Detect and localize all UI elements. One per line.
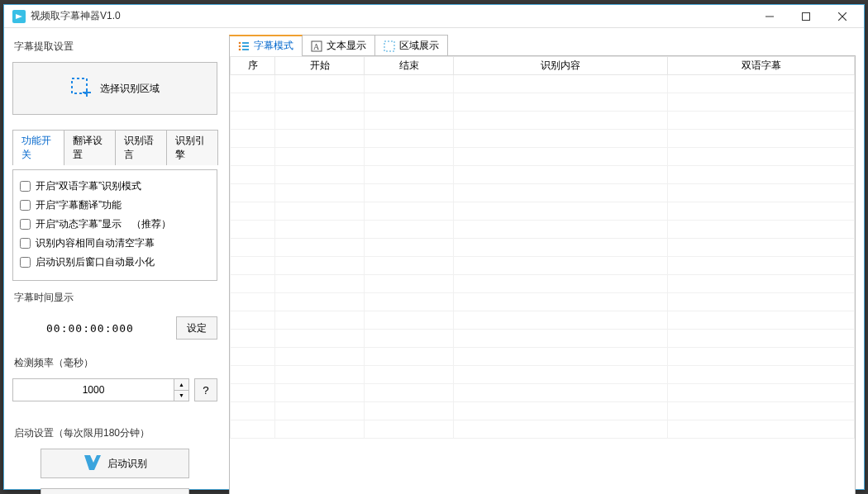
check-auto-minimize[interactable]: 启动识别后窗口自动最小化: [20, 253, 210, 272]
start-recognize-icon: [83, 454, 101, 474]
svg-point-14: [239, 48, 241, 50]
text-icon: A: [311, 40, 322, 52]
col-start[interactable]: 开始: [275, 57, 365, 75]
tab-region-show[interactable]: 区域展示: [374, 35, 448, 56]
tab-subtitle-mode[interactable]: 字幕模式: [229, 35, 303, 56]
spinner-up-button[interactable]: ▲: [174, 379, 188, 390]
svg-rect-2: [803, 12, 810, 20]
table-row: [231, 257, 855, 275]
frequency-input[interactable]: [13, 379, 174, 401]
func-switch-panel: 开启“双语字幕”识别模式 开启“字幕翻译”功能 开启“动态字幕”显示 （推荐） …: [12, 169, 217, 281]
select-region-button[interactable]: 选择识别区域: [12, 62, 217, 115]
col-bilingual[interactable]: 双语字幕: [668, 57, 855, 75]
col-content[interactable]: 识别内容: [454, 57, 668, 75]
table-row: [231, 330, 855, 348]
table-row: [231, 184, 855, 202]
table-row: [231, 239, 855, 257]
checkbox-bilingual-mode[interactable]: [20, 181, 31, 192]
svg-point-12: [239, 45, 241, 47]
region-icon: [384, 40, 395, 52]
tab-region-show-label: 区域展示: [399, 39, 439, 53]
table-row: [231, 112, 855, 130]
right-panel: 字幕模式 A 文本显示 区域展示 序 开始: [229, 35, 856, 494]
list-icon: [238, 40, 250, 52]
checkbox-dynamic-subtitle[interactable]: [20, 219, 31, 230]
table-row: [231, 366, 855, 384]
check-auto-clear[interactable]: 识别内容相同自动清空字幕: [20, 234, 210, 253]
checkbox-translate-func[interactable]: [20, 200, 31, 211]
table-row: [231, 130, 855, 148]
checkbox-auto-clear[interactable]: [20, 238, 31, 249]
svg-rect-11: [242, 42, 249, 44]
maximize-button[interactable]: [788, 5, 824, 28]
table-row: [231, 93, 855, 112]
section-time-label: 字幕时间显示: [14, 291, 217, 305]
section-frequency-label: 检测频率（毫秒）: [14, 356, 217, 370]
left-tab-strip: 功能开关 翻译设置 识别语言 识别引擎: [12, 130, 217, 165]
tab-translate-settings[interactable]: 翻译设置: [64, 130, 116, 165]
table-row: [231, 384, 855, 402]
svg-text:A: A: [313, 42, 320, 51]
tab-text-display[interactable]: A 文本显示: [302, 35, 375, 56]
svg-point-10: [239, 41, 241, 44]
table-row: [231, 221, 855, 239]
grid-body: [231, 75, 855, 439]
tab-func-switch[interactable]: 功能开关: [12, 130, 64, 165]
svg-rect-13: [242, 45, 249, 47]
window-title: 视频取字幕神器V1.0: [31, 9, 121, 23]
subtitle-grid[interactable]: 序 开始 结束 识别内容 双语字幕: [229, 55, 856, 494]
start-recognize-button[interactable]: 启动识别: [41, 449, 189, 478]
titlebar: 视频取字幕神器V1.0: [4, 5, 864, 28]
table-row: [231, 293, 855, 311]
table-row: [231, 311, 855, 330]
set-time-button[interactable]: 设定: [176, 316, 217, 340]
left-panel: 字幕提取设置 选择识别区域 功能开关 翻译设置 识别语言 识别引擎 开启“双语字…: [12, 35, 217, 494]
right-tab-strip: 字幕模式 A 文本显示 区域展示: [229, 35, 856, 56]
close-button[interactable]: [824, 5, 861, 28]
col-seq[interactable]: 序: [231, 57, 275, 75]
table-row: [231, 202, 855, 221]
tab-subtitle-mode-label: 字幕模式: [254, 39, 293, 53]
section-extract-label: 字幕提取设置: [14, 40, 217, 54]
table-row: [231, 75, 855, 93]
checkbox-auto-minimize[interactable]: [20, 257, 31, 268]
table-row: [231, 420, 855, 439]
svg-rect-15: [242, 49, 249, 50]
check-translate-func[interactable]: 开启“字幕翻译”功能: [20, 196, 210, 215]
svg-rect-5: [72, 78, 87, 93]
select-region-icon: [70, 77, 92, 101]
tab-recognize-engine[interactable]: 识别引擎: [166, 130, 218, 165]
time-display: 00:00:00:000: [12, 322, 168, 335]
grid-header-row: 序 开始 结束 识别内容 双语字幕: [231, 57, 855, 75]
table-row: [231, 148, 855, 166]
select-region-label: 选择识别区域: [100, 82, 160, 96]
check-dynamic-subtitle[interactable]: 开启“动态字幕”显示 （推荐）: [20, 215, 210, 234]
table-row: [231, 402, 855, 420]
section-start-label: 启动设置（每次限用180分钟）: [14, 426, 217, 440]
save-text-button[interactable]: 保存文字: [41, 488, 189, 494]
app-window: 视频取字幕神器V1.0 字幕提取设置 选择识别区域 功能开关 翻译设置 识别语言…: [3, 4, 865, 490]
table-row: [231, 166, 855, 184]
svg-rect-18: [384, 41, 394, 51]
tab-recognize-language[interactable]: 识别语言: [115, 130, 167, 165]
table-row: [231, 348, 855, 366]
check-bilingual-mode[interactable]: 开启“双语字幕”识别模式: [20, 177, 210, 196]
minimize-button[interactable]: [751, 5, 788, 28]
app-icon: [12, 10, 26, 23]
start-recognize-label: 启动识别: [107, 457, 147, 471]
col-end[interactable]: 结束: [365, 57, 454, 75]
table-row: [231, 275, 855, 293]
tab-text-display-label: 文本显示: [327, 39, 366, 53]
spinner-down-button[interactable]: ▼: [174, 390, 188, 401]
frequency-help-button[interactable]: ?: [194, 378, 217, 401]
frequency-spinner[interactable]: ▲ ▼: [12, 378, 189, 401]
